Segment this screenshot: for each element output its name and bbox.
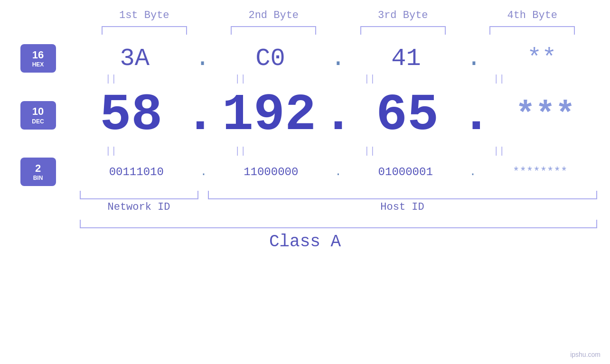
dec-b2: 192 bbox=[222, 85, 317, 145]
bin-b3: 01000001 bbox=[358, 166, 453, 178]
hex-b2: C0 bbox=[223, 45, 318, 73]
eq1-b3: || bbox=[318, 74, 422, 84]
dec-b1: 58 bbox=[84, 85, 178, 145]
hex-cells: 3A . C0 . 41 . ** bbox=[66, 45, 610, 73]
host-id-label: Host ID bbox=[208, 201, 597, 213]
eq2-b2: || bbox=[188, 146, 292, 157]
hex-row: 16 HEX 3A . C0 . 41 . ** bbox=[0, 44, 610, 73]
network-id-label: Network ID bbox=[80, 201, 198, 213]
hex-dot3: . bbox=[467, 45, 481, 73]
equals-row-1: || || || || bbox=[47, 74, 564, 84]
hex-badge-label: HEX bbox=[32, 61, 44, 68]
network-host-labels: Network ID Host ID bbox=[80, 201, 597, 213]
hex-label-col: 16 HEX bbox=[0, 44, 66, 73]
dec-dot3: . bbox=[460, 85, 492, 145]
dec-b4: *** bbox=[498, 96, 593, 134]
hex-b4: ** bbox=[494, 45, 589, 73]
bracket-long-bottom bbox=[80, 220, 597, 228]
dec-row: 10 DEC 58 . 192 . 65 . *** bbox=[0, 85, 610, 145]
eq1-b1: || bbox=[59, 74, 163, 84]
bin-b2: 11000000 bbox=[224, 166, 319, 178]
dec-badge-number: 10 bbox=[32, 105, 44, 118]
bin-cells: 00111010 . 11000000 . 01000001 . *******… bbox=[66, 166, 610, 178]
hex-badge: 16 HEX bbox=[20, 44, 56, 73]
bin-badge: 2 BIN bbox=[20, 158, 56, 186]
eq2-b3: || bbox=[318, 146, 422, 157]
hex-badge-number: 16 bbox=[32, 49, 44, 61]
header-byte2: 2nd Byte bbox=[221, 9, 326, 21]
header-byte3: 3rd Byte bbox=[351, 9, 455, 21]
eq2-b1: || bbox=[59, 146, 163, 157]
bin-badge-label: BIN bbox=[33, 175, 43, 181]
bin-b1: 00111010 bbox=[89, 166, 184, 178]
bin-row: 2 BIN 00111010 . 11000000 . 01000001 . *… bbox=[0, 158, 610, 186]
header-byte1: 1st Byte bbox=[92, 9, 197, 21]
bracket-top-b1 bbox=[102, 26, 187, 35]
main-container: 1st Byte 2nd Byte 3rd Byte 4th Byte 16 H… bbox=[0, 0, 610, 364]
dec-badge-label: DEC bbox=[32, 118, 44, 125]
hex-dot2: . bbox=[331, 45, 346, 73]
watermark: ipshu.com bbox=[570, 351, 601, 358]
eq1-b4: || bbox=[447, 74, 551, 84]
bottom-brackets-row bbox=[80, 191, 597, 199]
hex-b1: 3A bbox=[87, 45, 182, 73]
hex-dot1: . bbox=[195, 45, 210, 73]
equals-row-2: || || || || bbox=[47, 146, 564, 157]
dec-badge: 10 DEC bbox=[20, 101, 56, 130]
bin-dot1: . bbox=[200, 166, 207, 178]
bin-label-col: 2 BIN bbox=[0, 158, 66, 186]
dec-cells: 58 . 192 . 65 . *** bbox=[66, 85, 610, 145]
eq2-b4: || bbox=[447, 146, 551, 157]
byte-headers: 1st Byte 2nd Byte 3rd Byte 4th Byte bbox=[80, 9, 597, 21]
class-label: Class A bbox=[269, 232, 341, 252]
top-brackets bbox=[80, 26, 597, 35]
hex-b3: 41 bbox=[358, 45, 453, 73]
bracket-top-b4 bbox=[489, 26, 575, 35]
bracket-top-b3 bbox=[360, 26, 446, 35]
bin-badge-number: 2 bbox=[35, 162, 41, 175]
bin-dot3: . bbox=[469, 166, 476, 178]
bracket-host bbox=[208, 191, 597, 199]
header-byte4: 4th Byte bbox=[480, 9, 584, 21]
eq1-b2: || bbox=[188, 74, 292, 84]
bracket-top-b2 bbox=[231, 26, 316, 35]
dec-dot1: . bbox=[185, 85, 216, 145]
bin-dot2: . bbox=[335, 166, 341, 178]
bin-b4: ******** bbox=[493, 166, 588, 178]
dec-label-col: 10 DEC bbox=[0, 101, 66, 130]
bracket-network bbox=[80, 191, 198, 199]
dec-dot2: . bbox=[322, 85, 354, 145]
dec-b3: 65 bbox=[360, 85, 455, 145]
bracket-gap bbox=[198, 191, 208, 199]
